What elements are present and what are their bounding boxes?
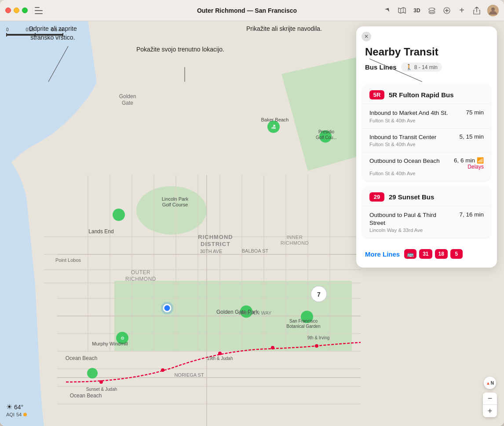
delay-time-5r-3: 6, 6 min (454, 157, 475, 164)
bus-card-29[interactable]: 29 29 Sunset Bus Outbound to Paul & Thir… (362, 186, 491, 238)
svg-text:OUTER: OUTER (131, 269, 151, 275)
more-lines-label[interactable]: More Lines (365, 250, 400, 258)
aqi-label: AQI (6, 412, 15, 417)
more-chip-18[interactable]: 18 (435, 249, 448, 259)
svg-text:Ocean Beach: Ocean Beach (66, 355, 98, 361)
zoom-out-button[interactable]: − (483, 393, 497, 405)
route-stop-5r-2: Fulton St & 40th Ave (369, 142, 484, 147)
share-icon[interactable] (472, 6, 481, 15)
traffic-lights (5, 7, 28, 13)
more-chip-bus-icon[interactable]: 🚌 (404, 249, 416, 259)
svg-point-40 (218, 352, 222, 355)
svg-text:RICHMOND: RICHMOND (125, 276, 156, 282)
avatar[interactable] (487, 5, 499, 16)
delay-signal-icon: 📶 (477, 157, 484, 164)
bus-name-5r: 5R Fulton Rapid Bus (389, 91, 454, 99)
svg-text:INNER: INNER (287, 235, 303, 240)
svg-text:30TH AVE: 30TH AVE (200, 249, 223, 254)
route-direction-5r-1: Inbound to Market And 4th St. (369, 109, 448, 117)
three-d-icon[interactable]: 3D (413, 6, 421, 15)
svg-text:BALBOA ST: BALBOA ST (242, 248, 269, 253)
route-stop-29-1: Lincoln Way & 33rd Ave (369, 228, 484, 233)
route-stop-5r-3: Fulton St & 40th Ave (369, 171, 484, 176)
svg-point-44 (164, 305, 171, 312)
svg-text:DISTRICT: DISTRICT (201, 241, 230, 247)
aqi-display: AQI 54 (6, 412, 27, 417)
more-chip-5[interactable]: 5 (450, 249, 463, 259)
map-controls: ▲ N − + (483, 377, 497, 417)
route-5r-2[interactable]: Inbound to Transit Center 5, 15 min Fult… (362, 129, 491, 153)
svg-text:Golf Course: Golf Course (162, 202, 188, 207)
svg-point-10 (136, 186, 207, 235)
zoom-controls: − + (483, 393, 497, 417)
svg-text:Lincoln Park: Lincoln Park (162, 196, 189, 202)
temperature-label: 64° (14, 404, 23, 411)
layers-icon[interactable] (427, 6, 436, 15)
route-time-29-1: 7, 16 min (459, 211, 484, 218)
svg-text:19th & Judah: 19th & Judah (207, 356, 233, 361)
scale-bar: 0 0.25 0.5 mi (6, 27, 63, 36)
route-5r-3[interactable]: Outbound to Ocean Beach 6, 6 min 📶 Delay… (362, 152, 491, 181)
more-lines-section[interactable]: More Lines 🚌 31 18 5 (356, 243, 497, 268)
panel-title: Nearby Transit (365, 46, 488, 58)
bus-card-5r-header: 5R 5R Fulton Rapid Bus (362, 84, 491, 104)
svg-text:Murphy Windmill: Murphy Windmill (92, 341, 128, 346)
fullscreen-button[interactable] (22, 7, 28, 13)
walk-icon: 🚶 (405, 64, 413, 70)
north-indicator: ▲ N (484, 377, 496, 389)
route-29-1[interactable]: Outbound to Paul & Third Street 7, 16 mi… (362, 206, 491, 238)
bus-lines-header: Bus Lines 🚶 8 - 14 min (365, 62, 488, 72)
more-chip-31[interactable]: 31 (419, 249, 432, 259)
panel-close-button[interactable]: ✕ (362, 32, 371, 41)
svg-point-48 (113, 209, 125, 221)
panel-header: Nearby Transit Bus Lines 🚶 8 - 14 min (356, 26, 497, 84)
route-stop-5r-1: Fulton St & 40th Ave (369, 118, 484, 123)
minimize-button[interactable] (14, 7, 19, 13)
bus-lines-label: Bus Lines (365, 63, 397, 71)
weather-widget: ☀ 64° AQI 54 (6, 403, 27, 417)
svg-point-41 (271, 346, 274, 349)
route-direction-5r-2: Inbound to Transit Center (369, 133, 436, 141)
aqi-value: 54 (16, 412, 22, 417)
svg-point-38 (99, 380, 103, 384)
route-5r-1[interactable]: Inbound to Market And 4th St. 75 min Ful… (362, 104, 491, 129)
bus-number-5r: 5R (369, 90, 384, 99)
svg-point-42 (315, 344, 318, 348)
location-icon[interactable] (383, 6, 391, 15)
map-container[interactable]: 🏖 ⚙ 7 The Golden Gate Baker Beach (0, 21, 504, 426)
north-label: N (491, 381, 494, 386)
transit-panel: ✕ Nearby Transit Bus Lines 🚶 8 - 14 min … (356, 26, 497, 268)
bus-card-5r[interactable]: 5R 5R Fulton Rapid Bus Inbound to Market… (362, 84, 491, 181)
bus-number-29: 29 (369, 192, 384, 202)
svg-point-53 (87, 368, 98, 378)
sidebar-toggle-button[interactable] (35, 7, 43, 14)
zoom-in-button[interactable]: + (483, 405, 497, 417)
titlebar: Outer Richmond — San Francisco 3D (0, 0, 504, 21)
svg-text:RICHMOND: RICHMOND (281, 240, 309, 246)
bus-name-29: 29 Sunset Bus (389, 193, 434, 201)
route-direction-5r-3: Outbound to Ocean Beach (369, 157, 440, 165)
add-point-icon[interactable] (442, 6, 451, 15)
app-window: Outer Richmond — San Francisco 3D (0, 0, 504, 426)
svg-text:9th & Irving: 9th & Irving (307, 335, 330, 340)
svg-text:Gate: Gate (122, 100, 133, 106)
svg-text:Sunset & Judah: Sunset & Judah (86, 387, 117, 392)
delay-label-5r-3: Delays (454, 164, 484, 170)
add-icon[interactable]: + (457, 6, 466, 15)
svg-text:San Francisco: San Francisco (289, 319, 318, 323)
route-direction-29-1: Outbound to Paul & Third Street (369, 211, 453, 227)
map-icon[interactable] (398, 6, 406, 15)
svg-text:Baker Beach: Baker Beach (261, 117, 289, 122)
svg-text:Botanical Garden: Botanical Garden (286, 324, 320, 329)
delay-info-5r-3: 6, 6 min 📶 (454, 157, 484, 164)
toolbar-icons: 3D + (383, 5, 499, 16)
svg-text:🏖: 🏖 (271, 125, 276, 129)
bus-card-29-header: 29 29 Sunset Bus (362, 186, 491, 206)
svg-text:Ocean Beach: Ocean Beach (70, 393, 102, 399)
svg-text:Presidio: Presidio (318, 129, 335, 134)
route-time-5r-1: 75 min (466, 109, 484, 116)
close-button[interactable] (5, 7, 11, 13)
walk-time-badge: 🚶 8 - 14 min (401, 62, 442, 72)
svg-text:Golf Cou...: Golf Cou... (316, 135, 337, 140)
svg-text:NORIEGA ST: NORIEGA ST (174, 372, 204, 378)
